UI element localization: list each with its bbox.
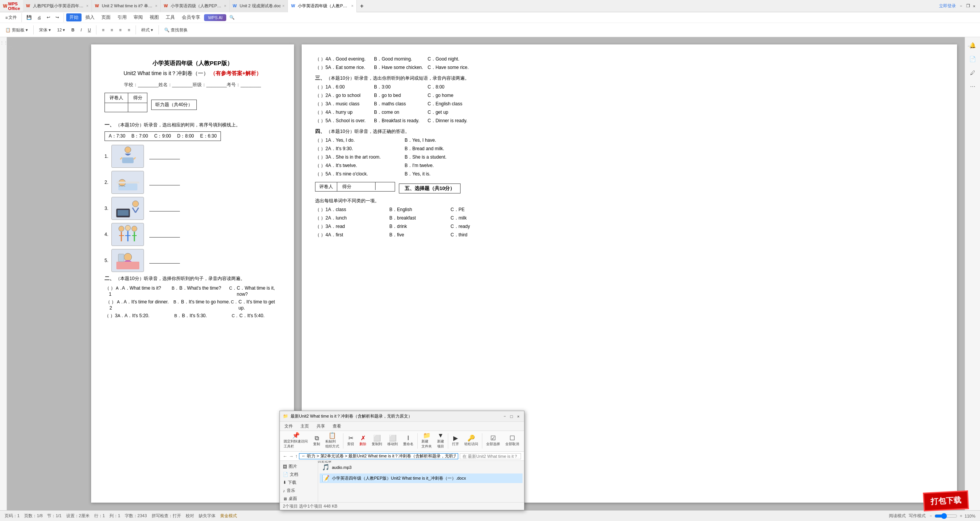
- status-calibrate[interactable]: 校对: [186, 513, 194, 519]
- menu-tools[interactable]: 工具: [163, 13, 178, 21]
- zoom-slider[interactable]: [934, 513, 957, 519]
- clipboard-btn[interactable]: 📋 剪贴板 ▾: [3, 26, 30, 34]
- menu-page[interactable]: 页面: [98, 13, 114, 21]
- svg-point-13: [125, 225, 131, 231]
- fe-tab-file[interactable]: 文件: [283, 423, 294, 429]
- fe-nav-music[interactable]: ♪ 音乐: [280, 487, 318, 495]
- fe-open-btn[interactable]: ▶ 打开: [450, 434, 461, 447]
- view-mode-write[interactable]: 写作模式: [909, 513, 926, 519]
- fe-tab-home[interactable]: 主页: [299, 423, 310, 429]
- menu-ref[interactable]: 引用: [114, 13, 130, 21]
- menu-view[interactable]: 视图: [147, 13, 162, 21]
- tab-3[interactable]: W 小学英语四级（人教PEP版）Unit2 ×: [161, 0, 230, 12]
- close-btn[interactable]: ×: [973, 4, 975, 8]
- font-size-select[interactable]: 12 ▾: [55, 27, 67, 33]
- fe-paste-btn[interactable]: 📋 粘贴到 组织方式: [323, 432, 341, 450]
- fe-forward-btn[interactable]: →: [289, 454, 294, 459]
- svg-point-14: [132, 226, 137, 231]
- fe-nav-desktop[interactable]: 🖥 桌面: [280, 495, 318, 502]
- sidebar-icon-3[interactable]: 🖊: [968, 68, 977, 77]
- download-badge[interactable]: 打包下载: [923, 490, 969, 511]
- fe-ribbon-tabs: 文件 主页 共享 查看: [280, 422, 524, 431]
- s3-item4: （ ）4 A．hurry up B．come on C．get up: [315, 109, 944, 116]
- fe-nav-pictures[interactable]: 🖼 图片: [280, 462, 318, 470]
- find-replace-btn[interactable]: 🔍 查找替换: [162, 26, 190, 34]
- fe-pin-btn[interactable]: 📌 固定到快速访问 工具栏: [281, 432, 310, 450]
- tab-2[interactable]: W Unit 2 What time is it? 单元质检 ×: [92, 0, 161, 12]
- svg-point-22: [124, 253, 132, 261]
- fe-title-text: 最新Unit2 What time is it？冲刺卷（含解析和题录，无听力原文…: [291, 413, 412, 419]
- fe-file-docx[interactable]: 📝 小学英语四年级（人教PEP版）Unit2 What time is it_冲…: [320, 473, 523, 483]
- login-btn[interactable]: 立即登录: [939, 3, 956, 9]
- s2c-item4: （ ）4 A．Good evening. B．Good morning. C．G…: [315, 56, 944, 62]
- fe-newfolder-btn[interactable]: 📁 新建 文件夹: [419, 432, 434, 450]
- tab-5[interactable]: W 小学英语四年级（人教PEP版） ×: [288, 0, 357, 12]
- right-sidebar: 🔔 📄 🖊 ⋯: [965, 37, 980, 510]
- fe-file-audio[interactable]: 🎵 audio.mp3: [320, 462, 523, 472]
- fe-copy-btn[interactable]: ⧉ 复制: [311, 434, 322, 447]
- zoom-in-btn[interactable]: ＋: [959, 513, 963, 519]
- style-select[interactable]: 样式 ▾: [139, 26, 155, 34]
- fe-nav-documents[interactable]: 📄 文档: [280, 470, 318, 478]
- sidebar-icon-4[interactable]: ⋯: [968, 82, 977, 91]
- menu-insert[interactable]: 插入: [82, 13, 98, 21]
- status-mode[interactable]: 黄金模式: [220, 513, 237, 519]
- answer-line-5: [149, 257, 180, 264]
- menu-file[interactable]: ≡ 文件: [3, 14, 19, 21]
- fe-rename-btn[interactable]: Ⅰ 重命名: [401, 434, 416, 447]
- quick-print[interactable]: 🖨: [35, 15, 44, 21]
- menu-member[interactable]: 会员专享: [179, 13, 203, 21]
- s2c-item5: （ ）5 A．Eat some rice. B．Have some chicke…: [315, 64, 944, 71]
- quick-save[interactable]: 💾: [24, 14, 34, 21]
- bold-btn[interactable]: B: [69, 27, 77, 33]
- restore-btn[interactable]: ❐: [966, 3, 970, 8]
- section-label: 听力题（共40分）: [151, 100, 197, 110]
- fe-maximize-btn[interactable]: □: [509, 414, 514, 419]
- wps-ai-btn[interactable]: WPS AI: [204, 14, 226, 21]
- quick-redo[interactable]: ↪: [53, 14, 61, 21]
- menu-home[interactable]: 开始: [66, 13, 82, 21]
- fe-copyto-btn[interactable]: ⬜ 复制到: [369, 434, 384, 447]
- fe-cut-btn[interactable]: ✂ 剪切: [345, 434, 356, 447]
- statusbar-right: 阅读模式 写作模式 － ＋ 110%: [889, 513, 975, 519]
- menu-review[interactable]: 审阅: [131, 13, 146, 21]
- status-col: 列：1: [109, 513, 120, 519]
- tab-1[interactable]: W 人教PEP版小学英语四年级下册 ×: [23, 0, 92, 12]
- search-btn[interactable]: 🔍: [227, 14, 237, 21]
- section1-desc: 一、 （本题10分）听录音，选出相应的时间，将序号填到横线上。: [105, 121, 281, 128]
- fe-close-btn[interactable]: ×: [516, 414, 521, 419]
- fe-selectall-btn[interactable]: ☑ 全部选择: [484, 434, 502, 447]
- justify-btn[interactable]: ≡: [126, 27, 132, 33]
- align-right-btn[interactable]: ≡: [117, 27, 124, 33]
- fe-delete-btn[interactable]: ✗ 删除: [357, 434, 369, 447]
- fe-deselectall-btn[interactable]: ☐ 全部取消: [503, 434, 521, 447]
- section1-item2: 2.: [105, 171, 281, 194]
- fe-back-btn[interactable]: ←: [283, 454, 287, 459]
- sidebar-icon-2[interactable]: 📄: [968, 54, 977, 64]
- fe-newitem-btn[interactable]: ▼ 新建 项目: [435, 432, 446, 450]
- fe-search-input[interactable]: [460, 453, 521, 459]
- tab-4[interactable]: W Unit 2 现成测试卷.doc ×: [230, 0, 288, 12]
- fe-status-text: 2个项目 选中1个项目 448 KB: [283, 503, 337, 509]
- underline-btn[interactable]: U: [86, 27, 93, 33]
- fe-up-btn[interactable]: ↑: [295, 454, 297, 459]
- quick-undo[interactable]: ↩: [44, 14, 52, 21]
- s5-item3: （ ）3 A．read B．drink C．ready: [315, 223, 944, 230]
- fe-tab-view[interactable]: 查看: [331, 423, 343, 429]
- fe-nav-downloads[interactable]: ⬇ 下载: [280, 478, 318, 487]
- fe-address-input[interactable]: [299, 453, 458, 459]
- minimize-btn[interactable]: －: [959, 3, 963, 9]
- ribbon: ≡ 文件 💾 🖨 ↩ ↪ 开始 插入 页面 引用 审阅 视图 工具 会员专享 W…: [0, 12, 980, 37]
- add-tab-btn[interactable]: +: [357, 0, 366, 12]
- font-select[interactable]: 宋体 ▾: [37, 26, 53, 34]
- fe-tab-share[interactable]: 共享: [315, 423, 327, 429]
- view-mode-read[interactable]: 阅读模式: [889, 513, 906, 519]
- align-center-btn[interactable]: ≡: [108, 27, 115, 33]
- italic-btn[interactable]: I: [78, 27, 84, 33]
- fe-access-btn[interactable]: 🔑 轻松访问: [462, 434, 480, 447]
- s4-item1: （ ）1 A．Yes, I do. B．Yes, I have.: [315, 137, 944, 144]
- fe-minimize-btn[interactable]: －: [502, 414, 507, 419]
- fe-moveto-btn[interactable]: ⬜ 移动到: [385, 434, 400, 447]
- align-left-btn[interactable]: ≡: [100, 27, 106, 33]
- zoom-out-btn[interactable]: －: [929, 513, 933, 519]
